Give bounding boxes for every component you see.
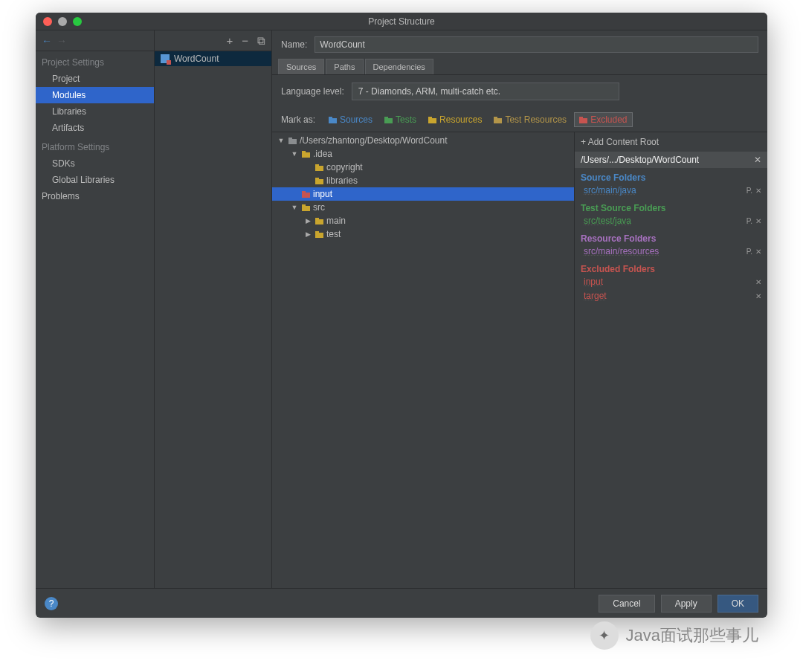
tree-row[interactable]: ▶test: [272, 227, 574, 241]
tree-row[interactable]: libraries: [272, 174, 574, 187]
disclosure-icon[interactable]: ▼: [290, 204, 299, 211]
folder-item: src/main/javaP.✕: [581, 184, 761, 198]
tree-row[interactable]: ▼/Users/zhantong/Desktop/WordCount: [272, 134, 574, 147]
tree-row[interactable]: ▶main: [272, 214, 574, 227]
folder-icon: [428, 117, 436, 123]
tree-row[interactable]: ▼src: [272, 201, 574, 214]
folder-item: input✕: [581, 276, 761, 290]
folder-icon: [329, 117, 337, 123]
window-title: Project Structure: [36, 16, 767, 27]
sidebar-item-modules[interactable]: Modules: [36, 87, 154, 103]
sidebar-item-problems[interactable]: Problems: [36, 188, 154, 204]
mark-test-resources[interactable]: Test Resources: [489, 113, 571, 126]
folder-icon: [384, 117, 393, 123]
nav-forward-icon[interactable]: →: [57, 35, 67, 47]
minimize-icon[interactable]: [58, 17, 67, 26]
folder-group-header: Resource Folders: [581, 233, 761, 244]
sidebar-item-global-libraries[interactable]: Global Libraries: [36, 172, 154, 188]
nav-back-icon[interactable]: ←: [42, 35, 52, 47]
folder-path[interactable]: target: [584, 291, 607, 301]
project-structure-window: Project Structure ← → Project Settings P…: [36, 13, 767, 618]
nav-arrows: ← →: [36, 30, 154, 51]
tab-dependencies[interactable]: Dependencies: [365, 59, 433, 74]
remove-folder-icon[interactable]: ✕: [755, 217, 761, 225]
mark-sources[interactable]: Sources: [324, 113, 377, 126]
remove-folder-icon[interactable]: ✕: [755, 278, 761, 286]
main-content: ← → Project Settings ProjectModulesLibra…: [36, 30, 767, 588]
module-list-panel: + − ⧉ WordCount: [155, 30, 272, 588]
sidebar-item-sdks[interactable]: SDKs: [36, 155, 154, 172]
mark-as-row: Mark as: SourcesTestsResourcesTest Resou…: [272, 108, 767, 132]
module-item[interactable]: WordCount: [155, 51, 271, 66]
folder-path[interactable]: input: [584, 277, 603, 287]
remove-folder-icon[interactable]: ✕: [755, 292, 761, 300]
remove-module-icon[interactable]: −: [242, 34, 248, 47]
sidebar-item-libraries[interactable]: Libraries: [36, 103, 154, 120]
folder-path[interactable]: src/main/java: [584, 185, 636, 196]
tree-row[interactable]: input: [272, 187, 574, 201]
titlebar: Project Structure: [36, 13, 767, 30]
name-label: Name:: [281, 39, 307, 50]
apply-button[interactable]: Apply: [661, 595, 712, 613]
section-platform-settings: Platform Settings: [36, 136, 154, 155]
remove-root-icon[interactable]: ✕: [754, 155, 761, 165]
tab-sources[interactable]: Sources: [278, 59, 324, 74]
remove-folder-icon[interactable]: ✕: [755, 248, 761, 256]
zoom-icon[interactable]: [73, 17, 82, 26]
disclosure-icon[interactable]: ▶: [303, 230, 312, 238]
folder-group: Source Folderssrc/main/javaP.✕: [575, 168, 767, 198]
folder-item: src/main/resourcesP.✕: [581, 245, 761, 259]
module-name-input[interactable]: [315, 36, 758, 53]
traffic-lights: [43, 17, 82, 26]
section-project-settings: Project Settings: [36, 51, 154, 71]
remove-folder-icon[interactable]: ✕: [755, 187, 761, 195]
mark-resources[interactable]: Resources: [424, 113, 486, 126]
source-tree: ▼/Users/zhantong/Desktop/WordCount▼.idea…: [272, 132, 574, 588]
mark-excluded[interactable]: Excluded: [574, 112, 632, 127]
folder-icon: [315, 164, 323, 171]
content-root-path: /Users/.../Desktop/WordCount: [581, 155, 699, 165]
help-icon[interactable]: ?: [45, 597, 58, 610]
tree-row[interactable]: ▼.idea: [272, 147, 574, 161]
copy-module-icon[interactable]: ⧉: [257, 34, 265, 48]
module-tabs: SourcesPathsDependencies: [272, 59, 767, 75]
sidebar-item-project[interactable]: Project: [36, 71, 154, 87]
cancel-button[interactable]: Cancel: [599, 595, 654, 613]
disclosure-icon[interactable]: ▼: [277, 137, 286, 144]
folder-path[interactable]: src/test/java: [584, 216, 631, 226]
disclosure-icon[interactable]: ▶: [303, 217, 312, 224]
content-root-title: /Users/.../Desktop/WordCount ✕: [575, 152, 767, 168]
mark-tests[interactable]: Tests: [380, 113, 421, 126]
module-icon: [161, 54, 170, 63]
folder-icon: [315, 231, 323, 238]
folder-icon: [288, 138, 297, 144]
add-content-root-button[interactable]: + Add Content Root: [575, 132, 767, 152]
folder-icon: [494, 117, 502, 123]
add-module-icon[interactable]: +: [226, 34, 233, 47]
wechat-icon: ✦: [590, 621, 619, 650]
content-roots-panel: + Add Content Root /Users/.../Desktop/Wo…: [574, 132, 767, 588]
disclosure-icon[interactable]: ▼: [290, 150, 299, 158]
close-icon[interactable]: [43, 17, 52, 26]
folder-path[interactable]: src/main/resources: [584, 246, 659, 256]
folder-item: src/test/javaP.✕: [581, 215, 761, 229]
folder-group: Test Source Folderssrc/test/javaP.✕: [575, 198, 767, 229]
folder-icon: [579, 117, 587, 123]
footer: ? Cancel Apply OK: [36, 588, 767, 618]
tab-paths[interactable]: Paths: [326, 59, 363, 74]
watermark: ✦ Java面试那些事儿: [590, 621, 758, 650]
tree-row[interactable]: copyright: [272, 161, 574, 174]
folder-group-header: Test Source Folders: [581, 203, 761, 213]
module-toolbar: + − ⧉: [155, 30, 271, 51]
folder-group-header: Source Folders: [581, 172, 761, 183]
folder-icon: [302, 151, 310, 158]
folder-group: Resource Folderssrc/main/resourcesP.✕: [575, 229, 767, 259]
properties-icon[interactable]: P.: [746, 217, 752, 225]
sidebar-item-artifacts[interactable]: Artifacts: [36, 120, 154, 136]
ok-button[interactable]: OK: [717, 595, 758, 613]
language-level-select[interactable]: 7 - Diamonds, ARM, multi-catch etc.: [352, 83, 619, 100]
mark-as-label: Mark as:: [281, 114, 315, 125]
properties-icon[interactable]: P.: [746, 187, 752, 195]
language-level-label: Language level:: [281, 86, 344, 97]
properties-icon[interactable]: P.: [746, 248, 752, 256]
